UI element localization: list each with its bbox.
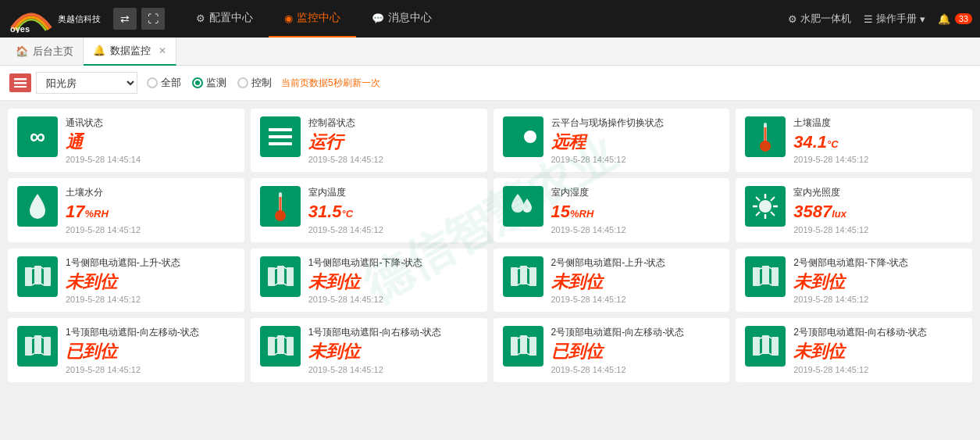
card-icon-top-shade-1-left [17,326,58,367]
card-title-top-shade-2-right: 2号顶部电动遮阳-向右移动-状态 [793,326,963,339]
svg-line-28 [41,284,44,285]
radio-all[interactable]: 全部 [147,76,181,90]
water-fertilizer-link[interactable]: ⚙ 水肥一体机 [788,12,851,26]
card-body-comm-status: 通讯状态 通 2019-5-28 14:45:14 [66,116,235,164]
svg-line-55 [32,353,34,355]
card-title-controller-status: 控制器状态 [308,116,478,130]
svg-line-74 [760,338,762,338]
card-body-soil-moisture: 土壤水分 17%RH 2019-5-28 14:45:12 [66,186,235,234]
card-icon-soil-moisture [17,186,58,227]
nav-item-config[interactable]: ⚙ 配置中心 [180,0,269,38]
svg-line-18 [756,197,760,201]
card-comm-status: ∞ 通讯状态 通 2019-5-28 14:45:14 [8,109,244,172]
nav-menu: ⚙ 配置中心 ◉ 监控中心 💬 消息中心 [180,0,788,38]
tab-data-monitor[interactable]: 🔔 数据监控 ✕ [84,38,176,66]
svg-line-20 [771,197,775,201]
card-value-top-shade-2-left: 已到位 [551,342,721,362]
notification-badge: 33 [955,13,972,24]
svg-line-39 [518,268,520,269]
svg-rect-71 [753,337,760,356]
tab-bar: 🏠 后台主页 🔔 数据监控 ✕ [0,38,980,66]
card-title-soil-moisture: 土壤水分 [66,186,235,199]
svg-line-46 [760,268,762,269]
svg-rect-12 [279,197,281,213]
list-icon-svg [14,78,27,88]
tab-home[interactable]: 🏠 后台主页 [6,38,84,66]
svg-rect-72 [762,335,769,354]
svg-line-77 [769,353,772,355]
nav-icon-switch[interactable]: ⇄ [113,8,137,30]
svg-line-34 [275,284,277,285]
card-title-side-shade-2-up: 2号侧部电动遮阳-上升-状态 [551,256,721,270]
nav-item-monitor[interactable]: ◉ 监控中心 [269,0,356,38]
radio-monitor[interactable]: 监测 [192,76,226,90]
svg-rect-57 [268,337,275,356]
svg-rect-37 [520,266,527,284]
card-body-soil-temp: 土壤温度 34.1°C 2019-5-28 14:45:12 [793,116,963,164]
card-title-comm-status: 通讯状态 [66,116,235,130]
card-time-top-shade-2-left: 2019-5-28 14:45:12 [551,365,721,374]
svg-line-54 [41,337,44,338]
card-icon-side-shade-2-down [745,256,786,297]
card-cloud-switch: 云平台与现场操作切换状态 远程 2019-5-28 14:45:12 [494,109,730,172]
svg-rect-30 [277,266,284,284]
svg-rect-52 [44,337,51,356]
card-icon-indoor-humidity [503,186,543,227]
card-side-shade-1-down: 1号侧部电动遮阳-下降-状态 未到位 2019-5-28 14:45:12 [251,249,487,312]
card-body-side-shade-1-up: 1号侧部电动遮阳-上升-状态 未到位 2019-5-28 14:45:12 [66,256,235,304]
card-time-comm-status: 2019-5-28 14:45:14 [66,155,235,164]
manual-link[interactable]: ☰ 操作手册 ▾ [864,12,925,26]
svg-line-42 [527,284,529,285]
svg-line-33 [284,267,287,269]
svg-text:oyes: oyes [10,24,30,33]
svg-line-25 [32,268,34,269]
svg-rect-31 [287,267,294,286]
card-time-soil-moisture: 2019-5-28 14:45:12 [66,225,235,234]
logo: oyes 奥越信科技 [8,5,101,33]
tab-close-button[interactable]: ✕ [159,45,166,56]
card-icon-side-shade-2-up [503,256,543,297]
card-unit-soil-moisture: %RH [84,208,108,220]
svg-line-60 [275,338,277,338]
card-icon-top-shade-1-right [260,326,301,367]
card-icon-soil-temp [745,116,786,157]
bell-button[interactable]: 🔔 33 [938,13,972,25]
card-title-indoor-light: 室内光照度 [793,186,963,199]
message-icon: 💬 [372,13,384,24]
svg-line-67 [518,338,520,338]
card-title-indoor-temp: 室内温度 [308,186,478,199]
nav-right: ⚙ 水肥一体机 ☰ 操作手册 ▾ 🔔 33 [788,12,972,26]
svg-rect-23 [34,266,41,284]
card-grid: ∞ 通讯状态 通 2019-5-28 14:45:14 控制器状态 运行 201… [8,109,972,382]
svg-line-48 [760,284,762,285]
svg-line-69 [518,353,520,355]
card-side-shade-2-up: 2号侧部电动遮阳-上升-状态 未到位 2019-5-28 14:45:12 [494,249,730,312]
location-select[interactable]: 阳光房 [36,72,137,94]
svg-point-13 [759,200,772,213]
card-icon-indoor-light [745,186,786,227]
nav-icons: ⇄ ⛶ [113,8,165,30]
svg-line-40 [527,267,529,269]
refresh-tip: 当前页数据5秒刷新一次 [281,77,380,90]
card-body-top-shade-1-left: 1号顶部电动遮阳-向左移动-状态 已到位 2019-5-28 14:45:12 [66,326,235,374]
card-body-controller-status: 控制器状态 运行 2019-5-28 14:45:12 [308,116,478,164]
card-icon-cloud-switch [503,116,543,157]
manual-arrow-icon: ▾ [920,13,925,25]
radio-control[interactable]: 控制 [237,76,272,90]
nav-icon-expand[interactable]: ⛶ [141,8,165,30]
card-icon-side-shade-1-down [260,256,301,297]
card-time-side-shade-2-down: 2019-5-28 14:45:12 [793,295,963,304]
filter-bar: 阳光房 全部 监测 控制 当前页数据5秒刷新一次 [0,66,980,101]
svg-rect-1 [14,78,27,80]
svg-line-75 [769,337,772,338]
svg-rect-3 [14,86,27,88]
view-mode-radio-group: 全部 监测 控制 [147,76,272,90]
svg-line-68 [527,337,529,338]
card-icon-indoor-temp [260,186,301,227]
svg-rect-44 [762,266,769,284]
nav-item-message[interactable]: 💬 消息中心 [356,0,447,38]
card-title-indoor-humidity: 室内湿度 [551,186,721,199]
card-soil-moisture: 土壤水分 17%RH 2019-5-28 14:45:12 [8,178,244,241]
svg-line-56 [41,353,44,355]
card-time-indoor-temp: 2019-5-28 14:45:12 [308,225,478,234]
